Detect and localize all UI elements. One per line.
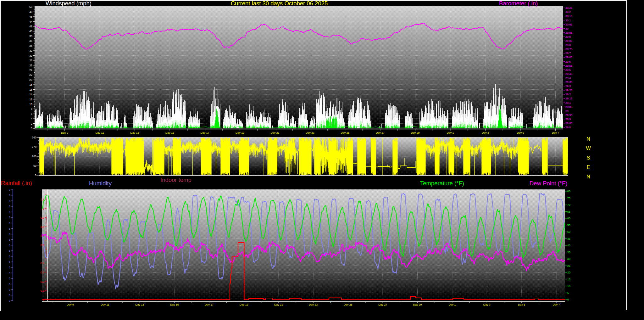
svg-text:0: 0 [567,298,569,301]
svg-text:65: 65 [567,210,570,213]
svg-text:34: 34 [29,44,32,48]
svg-text:29.95: 29.95 [565,31,572,34]
svg-text:Temperature (°F): Temperature (°F) [420,180,464,187]
svg-text:Day 3: Day 3 [482,131,489,134]
svg-text:75: 75 [567,197,570,200]
svg-text:28.8: 28.8 [565,126,571,129]
svg-text:29.6: 29.6 [565,60,571,63]
svg-text:0.7: 0.7 [41,234,44,238]
svg-text:30.1: 30.1 [565,19,571,22]
svg-text:Day 17: Day 17 [205,303,214,306]
svg-text:4: 4 [31,117,32,120]
svg-text:40: 40 [567,244,570,247]
svg-text:36: 36 [29,39,32,42]
svg-text:29.9: 29.9 [565,35,571,38]
svg-text:5: 5 [9,272,10,275]
svg-text:24: 24 [29,69,32,72]
svg-text:Day 5: Day 5 [518,303,525,306]
svg-text:29.05: 29.05 [565,105,572,109]
svg-text:0.6: 0.6 [41,244,44,247]
svg-text:0.2: 0.2 [41,280,44,283]
svg-text:29.8: 29.8 [565,43,571,47]
svg-text:Day 15: Day 15 [165,131,174,134]
svg-text:6: 6 [31,112,32,115]
svg-text:0: 0 [9,188,10,191]
svg-text:Windspeed (mph): Windspeed (mph) [46,0,92,7]
svg-text:270: 270 [32,145,36,149]
svg-text:5: 5 [9,238,10,241]
svg-text:42: 42 [29,25,32,28]
svg-text:Day 1: Day 1 [448,303,456,306]
svg-text:32: 32 [29,49,32,52]
svg-text:29.35: 29.35 [565,81,572,84]
svg-text:30: 30 [29,54,32,57]
svg-text:35: 35 [567,251,570,254]
svg-text:29.85: 29.85 [565,39,572,42]
svg-text:26: 26 [29,64,32,67]
svg-text:Day 5: Day 5 [517,131,524,134]
svg-text:25: 25 [567,264,570,267]
svg-text:30.15: 30.15 [565,14,572,18]
svg-text:28.9: 28.9 [565,118,571,121]
svg-text:Day 3: Day 3 [483,303,491,306]
svg-text:Day 29: Day 29 [411,131,420,134]
svg-text:80: 80 [567,190,570,193]
svg-text:29.65: 29.65 [565,56,572,59]
svg-text:29.5: 29.5 [565,68,571,71]
svg-text:0: 0 [43,298,44,301]
svg-text:90: 90 [33,164,36,167]
svg-text:29.2: 29.2 [565,93,571,96]
svg-text:70: 70 [567,203,570,206]
svg-text:0: 0 [9,255,10,258]
svg-text:29: 29 [565,109,569,113]
svg-text:0: 0 [9,199,10,203]
svg-text:60: 60 [567,217,570,220]
svg-text:15: 15 [567,278,570,281]
svg-text:N: N [586,174,590,179]
svg-text:Day 9: Day 9 [67,303,74,306]
svg-text:5: 5 [9,227,10,230]
svg-text:Day 21: Day 21 [271,131,280,134]
svg-text:5: 5 [9,249,10,252]
svg-text:29.4: 29.4 [565,76,571,80]
svg-text:Day 25: Day 25 [341,131,350,134]
svg-text:Day 27: Day 27 [376,131,385,134]
svg-text:W: W [586,146,591,151]
svg-text:30.2: 30.2 [565,10,571,14]
svg-text:0: 0 [9,222,10,225]
svg-text:0: 0 [9,277,10,280]
svg-text:44: 44 [29,20,32,23]
svg-text:180: 180 [32,155,36,158]
svg-text:10: 10 [567,284,570,288]
svg-text:1: 1 [43,207,44,210]
svg-text:5: 5 [9,216,10,219]
svg-text:Day 23: Day 23 [309,303,318,306]
svg-text:30.05: 30.05 [565,23,572,26]
svg-text:Day 23: Day 23 [306,131,314,134]
svg-text:45: 45 [567,237,570,240]
svg-text:46: 46 [29,15,32,18]
svg-text:50: 50 [567,230,570,233]
svg-text:0.1: 0.1 [41,289,44,292]
svg-text:29.45: 29.45 [565,72,572,76]
svg-text:29.25: 29.25 [565,89,572,92]
svg-text:0: 0 [31,127,32,130]
svg-text:29.7: 29.7 [565,52,571,55]
svg-text:Current last 30 days October 0: Current last 30 days October 06 2025 [231,0,328,7]
svg-text:N: N [586,136,590,142]
svg-text:0.4: 0.4 [41,262,44,265]
svg-text:0.9: 0.9 [41,216,44,219]
svg-text:48: 48 [29,10,32,14]
svg-text:29.55: 29.55 [565,64,572,67]
svg-text:Day 7: Day 7 [553,303,560,306]
svg-text:2: 2 [31,122,32,125]
svg-text:0: 0 [9,288,10,291]
svg-text:Barometer (.in): Barometer (.in) [499,0,538,7]
svg-text:20: 20 [29,78,32,81]
svg-text:Rainfall (.in): Rainfall (.in) [1,180,32,186]
svg-text:16: 16 [29,88,32,91]
svg-text:5: 5 [9,205,10,208]
svg-text:E: E [587,165,590,170]
svg-text:Day 7: Day 7 [552,131,559,134]
svg-text:29.1: 29.1 [565,101,571,104]
